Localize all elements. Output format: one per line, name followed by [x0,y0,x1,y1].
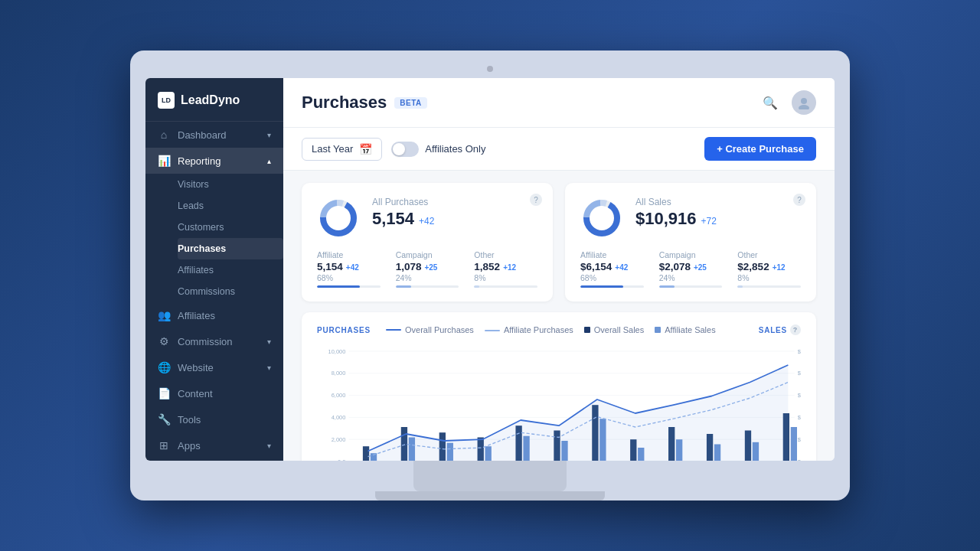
chart-svg-container: 10,000 8,000 6,000 4,000 2,000 0,0 $5,00… [317,344,801,461]
sidebar-item-dashboard[interactable]: ⌂ Dashboard ▾ [145,122,283,148]
sidebar-item-tools[interactable]: 🔧 Tools [145,406,283,432]
search-button[interactable]: 🔍 [758,90,782,115]
sales-chart-label: SALES ? [759,324,801,335]
calendar-icon: 📅 [359,143,372,155]
svg-text:8,000: 8,000 [332,370,346,377]
sales-stat-card: ? All Sales [565,183,816,302]
legend-affiliate-purchases: Affiliate Purchases [485,325,573,334]
reporting-submenu: Visitors Leads Customers Purchases Affil… [145,174,283,302]
breakdown-campaign: Campaign 1,078 +25 24% [396,250,459,288]
svg-text:2,000: 2,000 [332,436,346,443]
svg-text:$5,000: $5,000 [798,347,801,354]
other-title: Other [474,250,537,259]
apps-icon: ⊞ [158,439,170,452]
sidebar-item-label: Content [178,388,213,399]
sidebar-item-label: Affiliates [178,310,215,321]
affiliates-toggle-label: Affiliates Only [425,143,485,155]
sidebar-sub-label: Affiliates [178,265,214,276]
sales-breakdown-affiliate: Affiliate $6,154 +42 68% [580,250,644,288]
svg-text:$0,0: $0,0 [798,458,801,461]
affiliate-value: 5,154 +42 [317,261,381,272]
purchases-delta: +42 [419,216,434,227]
sidebar-item-content[interactable]: 📄 Content [145,380,283,406]
svg-text:4,000: 4,000 [332,414,346,421]
reporting-icon: 📊 [158,155,170,167]
content-area: ? [283,171,835,461]
purchases-card-header: All Purchases 5,154 +42 [317,197,537,240]
sidebar-sub-label: Customers [178,222,224,233]
sales-breakdown-other: Other $2,852 +12 8% [737,250,801,288]
main-content: Purchases BETA 🔍 Last Year 📅 [283,78,835,461]
svg-text:10,000: 10,000 [328,347,346,354]
sales-info-icon-chart[interactable]: ? [790,324,801,335]
date-filter[interactable]: Last Year 📅 [302,138,382,161]
chart-area: PURCHASES Overall Purchases Affiliate Pu… [302,312,816,461]
sidebar-item-commission[interactable]: ⚙ Commission ▾ [145,328,283,354]
sidebar: LD LeadDyno ⌂ Dashboard ▾ 📊 Reporting ▴ … [145,78,283,461]
sidebar-item-reporting[interactable]: 📊 Reporting ▴ [145,148,283,174]
sidebar-item-leads[interactable]: Leads [178,195,283,217]
sidebar-item-analysis[interactable]: 📈 Analysis ▾ [145,458,283,461]
sidebar-item-label: Tools [178,414,201,425]
purchases-breakdown: Affiliate 5,154 +42 68% Campaign [317,250,537,288]
logo-text: LeadDyno [181,93,240,107]
sidebar-item-purchases[interactable]: Purchases [178,238,283,259]
sidebar-item-affiliates[interactable]: 👥 Affiliates [145,302,283,328]
legend-overall-purchases: Overall Purchases [386,325,474,334]
breakdown-other: Other 1,852 +12 8% [474,250,537,288]
page-title: Purchases [302,93,387,112]
affiliate-pct: 68% [317,273,381,282]
campaign-pct: 24% [396,273,459,282]
chevron-down-icon: ▾ [267,364,271,372]
sidebar-item-apps[interactable]: ⊞ Apps ▾ [145,432,283,458]
bar-affiliate-12 [791,427,797,461]
legend-dot-affiliate [655,327,661,333]
chevron-down-icon: ▾ [267,131,271,139]
sidebar-sub-label: Leads [178,201,204,211]
logo: LD LeadDyno [145,78,283,122]
affiliates-toggle-group: Affiliates Only [391,142,485,157]
sidebar-item-commissions[interactable]: Commissions [178,281,283,302]
purchases-label: All Purchases [372,197,537,207]
dashboard-icon: ⌂ [158,129,170,141]
commission-icon: ⚙ [158,335,170,347]
sidebar-item-label: Website [178,362,214,373]
sales-value: $10,916 +72 [635,209,801,229]
stats-row: ? [283,171,835,302]
top-actions: 🔍 [758,90,816,115]
affiliate-title: Affiliate [317,250,381,259]
affiliate-bar [317,285,381,288]
avatar [792,90,816,115]
purchases-stat-info: All Purchases 5,154 +42 [372,197,537,229]
chevron-down-icon: ▾ [267,337,271,346]
sales-stat-info: All Sales $10,916 +72 [635,197,801,229]
other-bar [474,285,537,288]
date-filter-label: Last Year [312,143,353,155]
svg-point-0 [801,98,807,104]
purchases-value: 5,154 +42 [372,209,537,229]
create-purchase-button[interactable]: + Create Purchase [704,137,816,161]
purchases-info-icon[interactable]: ? [530,194,542,206]
tools-icon: 🔧 [158,413,170,425]
sidebar-item-label: Dashboard [178,129,227,141]
svg-point-1 [799,105,809,109]
sidebar-item-label: Apps [178,440,201,452]
breakdown-affiliate: Affiliate 5,154 +42 68% [317,250,381,288]
sidebar-item-affiliates-r[interactable]: Affiliates [178,259,283,281]
affiliates-icon: 👥 [158,309,170,321]
website-icon: 🌐 [158,361,170,373]
svg-text:6,000: 6,000 [332,392,346,399]
legend-affiliate-sales: Affiliate Sales [655,325,715,334]
sales-info-icon[interactable]: ? [793,194,805,206]
svg-text:$2,000: $2,000 [798,414,801,421]
svg-text:0,0: 0,0 [338,458,346,461]
sidebar-sub-label: Purchases [178,243,226,254]
sidebar-item-label: Reporting [178,155,220,167]
svg-text:$1,000: $1,000 [798,436,801,443]
sidebar-item-website[interactable]: 🌐 Website ▾ [145,354,283,380]
sidebar-item-visitors[interactable]: Visitors [178,174,283,195]
affiliates-toggle[interactable] [391,142,419,157]
campaign-bar [396,285,459,288]
area-fill [368,365,789,461]
sidebar-item-customers[interactable]: Customers [178,217,283,238]
